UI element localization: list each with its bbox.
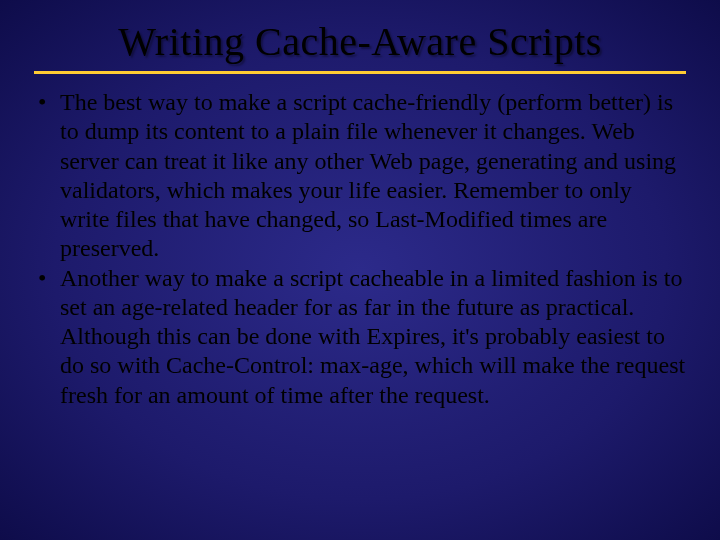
slide: Writing Cache-Aware Scripts The best way… <box>0 0 720 540</box>
list-item: The best way to make a script cache-frie… <box>34 88 686 264</box>
bullet-list: The best way to make a script cache-frie… <box>34 88 686 410</box>
title-divider <box>34 71 686 74</box>
list-item: Another way to make a script cacheable i… <box>34 264 686 410</box>
slide-title: Writing Cache-Aware Scripts <box>34 18 686 65</box>
